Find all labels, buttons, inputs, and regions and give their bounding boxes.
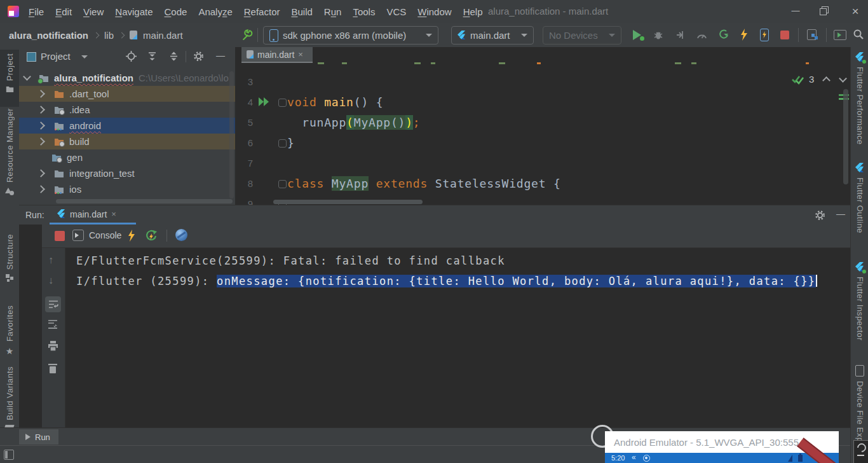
tree-row-gen[interactable]: gen	[19, 149, 235, 165]
tree-row-root[interactable]: alura_notification C:\Users\Leonardo\lo	[19, 70, 235, 86]
soft-wrap-toggle[interactable]	[45, 296, 61, 312]
flutter-wrench-icon[interactable]	[241, 29, 254, 41]
code-line-8[interactable]: class MyApp extends StatelessWidget {	[287, 174, 561, 194]
settings-gear-icon[interactable]	[193, 51, 204, 62]
stripe-button-flutter-outline[interactable]: Flutter Outline	[851, 163, 868, 233]
flutter-attach-button[interactable]	[718, 29, 729, 40]
prev-problem-icon[interactable]	[822, 76, 831, 85]
toolwindow-switcher-icon[interactable]	[4, 450, 14, 460]
menu-file[interactable]: File	[23, 6, 50, 17]
attach-debugger-button[interactable]	[675, 30, 685, 40]
down-stacktrace-icon[interactable]: ↓	[48, 275, 53, 286]
collapsed-chevron-icon[interactable]	[37, 106, 45, 114]
project-panel-title[interactable]: Project	[41, 51, 71, 62]
fold-marker-icon[interactable]	[278, 180, 287, 188]
rotate-icon[interactable]	[855, 441, 868, 454]
collapse-all-icon[interactable]	[169, 52, 179, 61]
menu-refactor[interactable]: Refactor	[238, 6, 286, 17]
stripe-button-flutter-inspector[interactable]: Flutter Inspector	[851, 262, 868, 341]
menu-edit[interactable]: Edit	[50, 6, 78, 17]
stripe-button-resource-manager[interactable]: Resource Manager	[0, 108, 19, 195]
tree-row-idea[interactable]: .idea	[19, 102, 235, 118]
close-tab-icon[interactable]: ×	[298, 50, 303, 59]
menu-code[interactable]: Code	[159, 6, 193, 17]
up-stacktrace-icon[interactable]: ↑	[48, 254, 53, 266]
emulator-side-toolbar[interactable]	[853, 440, 868, 463]
hot-reload-button[interactable]	[740, 29, 749, 41]
editor-horizontal-scrollbar[interactable]	[273, 200, 423, 204]
menu-build[interactable]: Build	[285, 6, 318, 17]
run-tab-main-dart[interactable]: main.dart ×	[51, 205, 123, 223]
stripe-button-structure[interactable]: Structure	[0, 234, 19, 282]
settings-gear-icon[interactable]	[815, 210, 825, 221]
collapsed-chevron-icon[interactable]	[37, 137, 45, 146]
print-icon[interactable]	[48, 341, 58, 351]
breadcrumb-file[interactable]: main.dart	[143, 30, 183, 41]
tree-row-android[interactable]: android	[19, 118, 235, 134]
android-emulator-window[interactable]: Android Emulator - 5.1_WVGA_API_30:5554 …	[605, 431, 839, 463]
menu-view[interactable]: View	[78, 6, 109, 17]
collapsed-chevron-icon[interactable]	[37, 90, 45, 98]
console-tab[interactable]: Console	[72, 230, 121, 241]
breadcrumb-project[interactable]: alura_notification	[9, 30, 88, 41]
menu-run[interactable]: Run	[318, 6, 348, 17]
running-devices-button[interactable]	[834, 30, 846, 40]
hide-panel-icon[interactable]: —	[836, 209, 845, 219]
profiler-button[interactable]	[696, 30, 707, 40]
scroll-to-end-icon[interactable]	[48, 319, 58, 329]
menu-window[interactable]: Window	[412, 6, 457, 17]
stripe-button-project[interactable]: Project	[0, 50, 19, 107]
clear-console-icon[interactable]	[48, 363, 57, 373]
debug-button[interactable]	[653, 30, 663, 40]
project-vertical-scrollbar[interactable]	[229, 71, 234, 198]
hide-panel-icon[interactable]: —	[216, 50, 225, 60]
run-config-dropdown[interactable]: main.dart	[451, 26, 534, 45]
hot-restart-button[interactable]	[145, 230, 158, 242]
code-line-6[interactable]: }	[287, 133, 295, 153]
tree-row-ios[interactable]: ios	[19, 181, 235, 197]
run-button[interactable]	[633, 30, 644, 40]
stripe-button-build-variants[interactable]: Build Variants	[0, 366, 19, 432]
collapsed-chevron-icon[interactable]	[37, 185, 45, 193]
menu-navigate[interactable]: Navigate	[109, 6, 158, 17]
menu-tools[interactable]: Tools	[347, 6, 381, 17]
toolwindow-tab-run[interactable]: Run	[19, 429, 58, 445]
stripe-button-favorites[interactable]: Favorites ★	[0, 305, 19, 356]
stop-button[interactable]	[780, 31, 789, 39]
run-line-icon[interactable]	[258, 97, 269, 106]
code-line-5[interactable]: runApp(MyApp());	[287, 113, 421, 133]
project-horizontal-scrollbar[interactable]	[56, 199, 233, 204]
next-problem-icon[interactable]	[839, 74, 847, 83]
code-line-4[interactable]: void main() {	[287, 92, 383, 113]
close-button[interactable]: ×	[848, 3, 863, 20]
hot-reload-button[interactable]	[127, 230, 136, 242]
console-output[interactable]: E/FlutterFcmService(25599): Fatal: faile…	[65, 248, 850, 428]
collapsed-chevron-icon[interactable]	[37, 169, 45, 177]
expand-chevron-icon[interactable]	[23, 73, 31, 81]
inspections-widget[interactable]: 3	[792, 74, 846, 85]
rerun-stop-button[interactable]	[55, 231, 65, 241]
devtools-button[interactable]	[175, 229, 187, 241]
stripe-button-flutter-performance[interactable]: Flutter Performance	[851, 52, 868, 144]
maximize-button[interactable]	[818, 6, 834, 22]
menu-help[interactable]: Help	[458, 6, 489, 17]
editor-tab-main-dart[interactable]: main.dart ×	[241, 47, 313, 63]
collapsed-chevron-icon[interactable]	[37, 121, 45, 130]
expand-all-icon[interactable]	[147, 52, 157, 61]
device-manager-button[interactable]	[807, 29, 818, 40]
close-tab-icon[interactable]: ×	[111, 209, 116, 219]
fold-marker-icon[interactable]	[278, 99, 287, 107]
breadcrumb-lib[interactable]: lib	[104, 30, 114, 41]
minimize-icon[interactable]	[857, 455, 864, 456]
editor-vertical-scrollbar[interactable]	[843, 89, 848, 184]
minimize-button[interactable]: —	[788, 4, 803, 19]
tree-row-integration-test[interactable]: integration_test	[19, 165, 235, 181]
view-dropdown-icon[interactable]	[81, 55, 88, 59]
tree-row-build[interactable]: build	[19, 134, 235, 149]
menu-analyze[interactable]: Analyze	[193, 6, 238, 17]
hot-restart-button[interactable]	[760, 29, 768, 41]
device-selector-dropdown[interactable]: sdk gphone x86 arm (mobile)	[263, 26, 438, 45]
locate-file-icon[interactable]	[126, 51, 137, 62]
tree-row-dart-tool[interactable]: .dart_tool	[19, 86, 235, 102]
target-devices-dropdown[interactable]: No Devices	[543, 26, 621, 45]
